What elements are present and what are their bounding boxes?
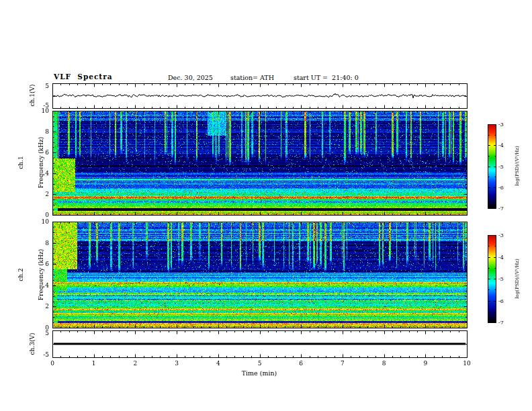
ch1-spec-y-tick-label: 2 (45, 191, 49, 197)
x-tick-label: 1 (92, 360, 96, 367)
ch2-spec-y-tick-label: 8 (45, 240, 49, 246)
colorbar1-tick-label: -7 (498, 205, 504, 212)
ch2-spec-axis-label: ch.2 Frequency (kHz) (4, 249, 58, 301)
x-tick-label: 0 (50, 360, 54, 367)
colorbar2-tick-label: -5 (498, 276, 504, 282)
x-tick-label: 7 (341, 360, 345, 367)
x-tick-label: 4 (216, 360, 220, 367)
ch2-spec-axis-label-line1: ch.2 (17, 249, 24, 301)
colorbar1-tick-label: -4 (498, 142, 504, 148)
ch1-spec-y-tick-label: 8 (45, 128, 49, 135)
x-tick-label: 9 (423, 360, 427, 367)
ch1-spec-axis-label: ch.1 Frequency (kHz) (4, 137, 58, 189)
colorbar1-label: log(PSD)/(V²/Hz) (515, 146, 520, 185)
x-tick-label: 10 (463, 360, 470, 367)
ch1-spec-y-tick-label: 6 (45, 149, 49, 156)
ch3_wave-y-tick-label: -5 (43, 351, 49, 358)
x-tick-label: 6 (299, 360, 303, 367)
ch1_wave-y-tick-label: 5 (45, 83, 49, 89)
ch1-spec-y-tick-label: 4 (45, 170, 49, 177)
x-tick-label: 3 (175, 360, 179, 367)
ch2-spec-y-tick-label: 2 (45, 303, 49, 310)
colorbar2-tick-label: -6 (498, 298, 504, 304)
ch3-voltage-axis-label: ch.3(V) (29, 333, 36, 355)
x-tick-label: 2 (134, 360, 138, 367)
colorbar2-tick-label: -7 (498, 320, 504, 326)
ch3_wave-y-tick-label: 5 (45, 330, 49, 336)
ch1-spec-axis-label-line1: ch.1 (17, 137, 24, 189)
ch2-spec-axis-label-line2: Frequency (kHz) (38, 249, 44, 301)
vlf-spectra-figure: VLF Spectra Dec. 30, 2025 station= ATH s… (0, 0, 532, 411)
x-tick-label: 5 (258, 360, 262, 367)
colorbar1-tick-label: -6 (498, 184, 504, 190)
ch1-spec-y-tick-label: 0 (45, 212, 49, 218)
colorbar1-tick-label: -3 (498, 122, 504, 128)
colorbar2-tick-label: -3 (498, 232, 504, 238)
ch1-spec-axis-label-line2: Frequency (kHz) (38, 137, 44, 189)
colorbar2-label: log(PSD)/(V²/Hz) (515, 259, 520, 298)
colorbar1-tick-label: -5 (498, 163, 504, 169)
ch1-voltage-axis-label: ch.1(V) (29, 85, 36, 107)
ch2-spec-y-tick-label: 4 (45, 282, 49, 289)
x-axis-label: Time (min) (242, 369, 277, 377)
ch1_wave-y-tick-label: -5 (43, 102, 49, 109)
ch2-spec-y-tick-label: 6 (45, 261, 49, 267)
colorbar2-tick-label: -4 (498, 254, 504, 260)
ch2-spec-y-tick-label: 10 (42, 218, 49, 225)
axes-canvas (0, 0, 532, 411)
x-tick-label: 8 (382, 360, 386, 367)
